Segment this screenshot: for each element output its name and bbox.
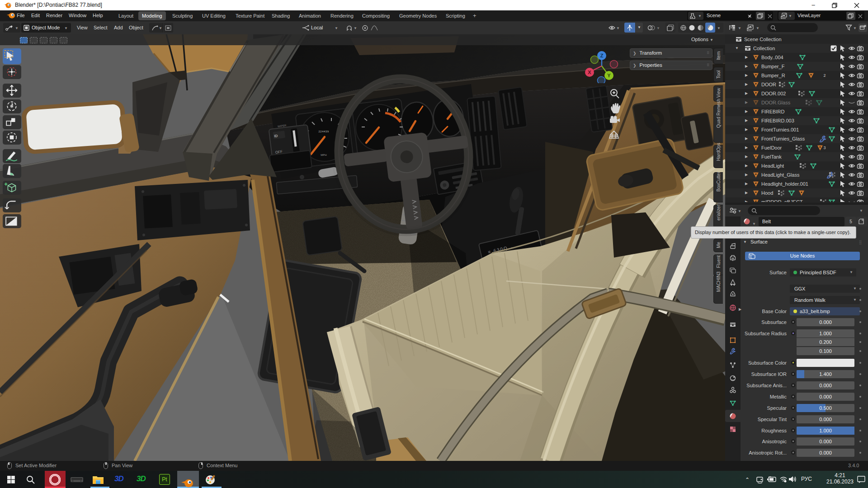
svg-text:ID: ID (274, 134, 278, 138)
svg-text:224439: 224439 (318, 130, 329, 133)
svg-text:Z: Z (600, 53, 604, 58)
svg-text:MPH: MPH (321, 154, 326, 156)
svg-text:Y: Y (607, 73, 611, 78)
svg-text:X: X (588, 70, 591, 75)
